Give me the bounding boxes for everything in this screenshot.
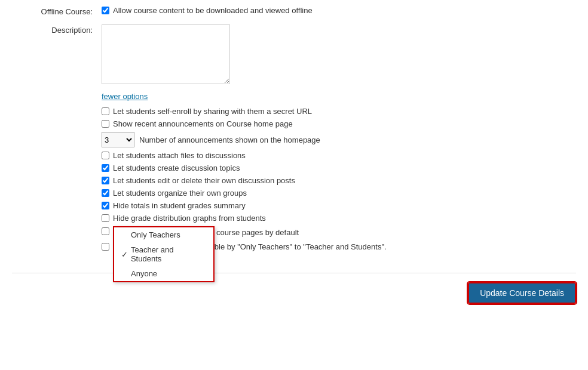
attach-files-row: Let students attach files to discussions [102,151,576,160]
description-label: Description: [12,24,102,35]
organize-groups-row: Let students organize their own groups [102,189,576,198]
who-can-create-row: Only Teachers ✓ Teacher and Students Any… [102,226,576,239]
organize-groups-label: Let students organize their own groups [113,189,247,198]
attach-files-label: Let students attach files to discussions [113,151,246,160]
dropdown-item-anyone-label: Anyone [131,269,157,278]
dropdown-item-anyone[interactable]: Anyone [114,266,213,281]
offline-course-row: Offline Course: Allow course content to … [12,6,576,18]
hide-totals-checkbox[interactable] [102,202,109,209]
offline-course-label: Offline Course: [12,6,102,16]
dropdown-item-teacher-and-students[interactable]: ✓ Teacher and Students [114,242,213,266]
page-container: Offline Course: Allow course content to … [0,0,588,316]
hide-graphs-checkbox[interactable] [102,214,109,222]
self-enroll-checkbox[interactable] [102,107,109,115]
fewer-options-content: fewer options Let students self-enroll b… [102,92,576,255]
create-topics-row: Let students create discussion topics [102,164,576,172]
edit-posts-row: Let students edit or delete their own di… [102,176,576,185]
offline-course-checkbox[interactable] [102,7,109,14]
hide-totals-label: Hide totals in student grades summary [113,201,246,210]
edit-posts-checkbox[interactable] [102,177,109,184]
self-enroll-row: Let students self-enroll by sharing with… [102,107,576,116]
checkmark-only-teachers [121,230,131,239]
recent-announcements-checkbox[interactable] [102,120,109,128]
offline-course-checkbox-row: Allow course content to be downloaded an… [102,6,576,15]
who-can-create-dropdown-menu: Only Teachers ✓ Teacher and Students Any… [113,226,215,282]
hide-graphs-label: Hide grade distribution graphs from stud… [113,214,266,223]
create-topics-checkbox[interactable] [102,164,109,172]
description-textarea[interactable] [102,24,230,84]
checkmark-anyone [121,269,131,278]
update-btn-row: Update Course Details [12,273,576,304]
hide-graphs-row: Hide grade distribution graphs from stud… [102,214,576,223]
announcements-count-row: 1 2 3 4 5 Number of announcements shown … [102,132,576,147]
description-row: Description: [12,24,576,86]
create-topics-label: Let students create discussion topics [113,164,240,172]
announcements-count-select[interactable]: 1 2 3 4 5 [102,132,134,147]
description-content [102,24,576,86]
fewer-options-spacer [12,92,102,93]
recent-announcements-row: Show recent announcements on Course home… [102,119,576,128]
announcements-count-label: Number of announcements shown on the hom… [139,135,320,144]
offline-course-checkbox-label: Allow course content to be downloaded an… [113,6,313,15]
fewer-options-row: fewer options Let students self-enroll b… [12,92,576,255]
update-course-details-button[interactable]: Update Course Details [468,282,576,304]
dropdown-item-only-teachers-label: Only Teachers [131,230,180,239]
offline-course-content: Allow course content to be downloaded an… [102,6,576,18]
dropdown-item-teacher-and-students-label: Teacher and Students [131,245,206,263]
checkmark-teacher-and-students: ✓ [121,250,131,259]
self-enroll-label: Let students self-enroll by sharing with… [113,107,312,116]
dropdown-item-only-teachers[interactable]: Only Teachers [114,227,213,242]
attach-files-checkbox[interactable] [102,152,109,159]
change-pages-checkbox[interactable] [102,243,109,251]
organize-groups-checkbox[interactable] [102,189,109,197]
who-can-create-checkbox[interactable] [102,227,109,235]
fewer-options-link[interactable]: fewer options [102,92,576,101]
recent-announcements-label: Show recent announcements on Course home… [113,119,293,128]
edit-posts-label: Let students edit or delete their own di… [113,176,295,185]
hide-totals-row: Hide totals in student grades summary [102,201,576,210]
